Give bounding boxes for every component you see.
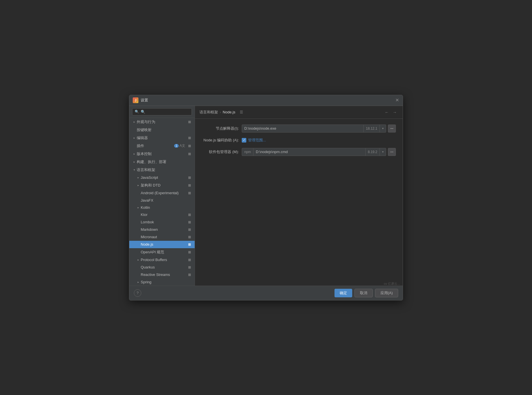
- settings-icon-quarkus: ▦: [187, 265, 192, 270]
- dialog-title: 设置: [141, 98, 148, 103]
- sidebar-item-plugins[interactable]: 插件1A文▦: [129, 142, 195, 150]
- sidebar-label-build: 构建、执行、部署: [137, 159, 192, 165]
- close-button[interactable]: ✕: [395, 98, 399, 103]
- forward-button[interactable]: →: [391, 109, 398, 116]
- node-interpreter-input[interactable]: [242, 125, 363, 132]
- sidebar-item-editor[interactable]: 编辑器▦: [129, 134, 195, 142]
- settings-icon-markdown: ▦: [187, 227, 192, 232]
- sidebar-label-keymap: 按键映射: [137, 127, 192, 133]
- sidebar-item-nodejs[interactable]: Node.js▦: [129, 241, 195, 248]
- package-manager-dropdown[interactable]: ▾: [380, 148, 386, 156]
- sidebar-label-openapi: OpenAPI 规范: [141, 250, 186, 255]
- package-manager-control: npm 8.19.2 ▾ ···: [242, 148, 396, 156]
- chevron-icon-lang: [132, 168, 136, 172]
- sidebar-item-android[interactable]: Android (Experimental)▦: [129, 189, 195, 197]
- search-input[interactable]: [141, 110, 189, 114]
- sidebar-label-reactive: Reactive Streams: [141, 272, 186, 277]
- sidebar-item-micronaut[interactable]: Micronaut▦: [129, 233, 195, 241]
- chevron-icon-protobuf: [136, 258, 140, 262]
- chevron-icon-build: [132, 160, 136, 164]
- sidebar-label-ktor: Ktor: [141, 212, 186, 217]
- coding-assistant-label: Node.js 编码协助 (A):: [202, 138, 239, 143]
- sidebar-item-build[interactable]: 构建、执行、部署: [129, 158, 195, 166]
- sidebar-item-javafx[interactable]: JavaFX: [129, 197, 195, 204]
- chevron-icon-schema: [136, 183, 140, 187]
- watermark: cs 亿课云...: [384, 282, 400, 286]
- sidebar-label-lombok: Lombok: [141, 220, 186, 224]
- breadcrumb-current: Node.js: [223, 110, 235, 114]
- chevron-icon-kotlin: [136, 205, 140, 209]
- package-manager-browse-button[interactable]: ···: [388, 148, 396, 156]
- sidebar-item-keymap[interactable]: 按键映射: [129, 126, 195, 134]
- chevron-icon-spring: [136, 280, 140, 284]
- sidebar-label-lang: 语言和框架: [137, 167, 192, 173]
- sidebar-list: 外观与行为▦按键映射编辑器▦插件1A文▦版本控制▦构建、执行、部署语言和框架Ja…: [129, 118, 195, 286]
- settings-icon-editor: ▦: [187, 136, 192, 140]
- coding-assistant-checkbox[interactable]: ✓: [242, 138, 246, 143]
- cancel-button[interactable]: 取消: [354, 289, 373, 297]
- search-icon: 🔍: [135, 110, 139, 114]
- search-wrap[interactable]: 🔍: [132, 108, 192, 115]
- back-button[interactable]: ←: [383, 109, 390, 116]
- node-interpreter-browse-button[interactable]: ···: [388, 125, 396, 133]
- app-logo: J: [133, 97, 138, 103]
- sidebar-item-markdown[interactable]: Markdown▦: [129, 226, 195, 233]
- settings-icon-protobuf: ▦: [187, 258, 192, 262]
- node-version: 18.12.1: [363, 125, 380, 132]
- sidebar-label-protobuf: Protocol Buffers: [141, 258, 186, 262]
- chevron-icon-javascript: [136, 176, 140, 180]
- nav-arrows: ← →: [383, 109, 398, 116]
- sidebar-item-openapi[interactable]: OpenAPI 规范▦: [129, 248, 195, 256]
- coding-assistant-control: ✓ 管理范围...: [242, 138, 396, 143]
- sidebar-item-spring[interactable]: Spring: [129, 278, 195, 286]
- sidebar-label-quarkus: Quarkus: [141, 265, 186, 269]
- settings-icon-lombok: ▦: [187, 220, 192, 224]
- sidebar-label-schema: 架构和 DTD: [141, 183, 186, 188]
- sidebar-item-reactive[interactable]: Reactive Streams▦: [129, 271, 195, 278]
- node-interpreter-dropdown[interactable]: ▾: [380, 125, 386, 132]
- sidebar-item-javascript[interactable]: JavaScript▦: [129, 174, 195, 181]
- dialog-body: 🔍 外观与行为▦按键映射编辑器▦插件1A文▦版本控制▦构建、执行、部署语言和框架…: [129, 106, 403, 286]
- package-manager-input-wrap: npm 8.19.2 ▾: [242, 148, 386, 156]
- package-manager-row: 软件包管理器 (M): npm 8.19.2 ▾ ···: [202, 148, 396, 156]
- settings-icon-javascript: ▦: [187, 175, 192, 180]
- settings-icon-micronaut: ▦: [187, 235, 192, 239]
- node-interpreter-row: 节点解释器(I): 18.12.1 ▾ ···: [202, 125, 396, 133]
- sidebar-item-quarkus[interactable]: Quarkus▦: [129, 264, 195, 271]
- confirm-button[interactable]: 确定: [334, 289, 352, 297]
- breadcrumb-separator: ›: [220, 110, 221, 114]
- dialog-footer: ? 确定 取消 应用(A): [129, 286, 403, 300]
- title-bar: J 设置 ✕: [129, 95, 403, 106]
- package-manager-label: 软件包管理器 (M):: [202, 149, 239, 155]
- apply-button[interactable]: 应用(A): [375, 289, 398, 297]
- sidebar-item-vcs[interactable]: 版本控制▦: [129, 150, 195, 158]
- pin-icon[interactable]: ☰: [239, 109, 244, 115]
- sidebar-item-schema[interactable]: 架构和 DTD▦: [129, 181, 195, 189]
- node-interpreter-label: 节点解释器(I):: [202, 126, 239, 131]
- coding-assistant-link[interactable]: 管理范围...: [248, 138, 266, 143]
- breadcrumb-parent: 语言和框架: [200, 110, 218, 115]
- settings-icon-android: ▦: [187, 191, 192, 195]
- sidebar-label-nodejs: Node.js: [141, 242, 186, 246]
- sidebar-label-kotlin: Kotlin: [141, 205, 192, 210]
- help-button[interactable]: ?: [134, 289, 141, 297]
- main-body: 节点解释器(I): 18.12.1 ▾ ··· Node.js 编码协助 (A)…: [195, 119, 403, 286]
- settings-icon-reactive: ▦: [187, 272, 192, 277]
- sidebar-label-javascript: JavaScript: [141, 175, 186, 180]
- npm-prefix: npm: [242, 148, 253, 156]
- badge-plugins: 1: [174, 144, 179, 148]
- sidebar-item-lang[interactable]: 语言和框架: [129, 166, 195, 174]
- sidebar-item-lombok[interactable]: Lombok▦: [129, 218, 195, 226]
- sidebar-item-appearance[interactable]: 外观与行为▦: [129, 118, 195, 126]
- search-box: 🔍: [129, 106, 195, 118]
- coding-assistant-row: Node.js 编码协助 (A): ✓ 管理范围...: [202, 138, 396, 143]
- sidebar-label-markdown: Markdown: [141, 227, 186, 232]
- sidebar-item-ktor[interactable]: Ktor▦: [129, 211, 195, 218]
- sidebar-item-kotlin[interactable]: Kotlin: [129, 204, 195, 211]
- chevron-icon-appearance: [132, 120, 136, 124]
- sidebar-item-protobuf[interactable]: Protocol Buffers▦: [129, 256, 195, 264]
- package-manager-input[interactable]: [253, 148, 365, 156]
- main-header: 语言和框架 › Node.js ☰ ← →: [195, 106, 403, 119]
- translate-icon-plugins: A文: [180, 143, 185, 148]
- main-content: 语言和框架 › Node.js ☰ ← → 节点解释器(I):: [195, 106, 403, 286]
